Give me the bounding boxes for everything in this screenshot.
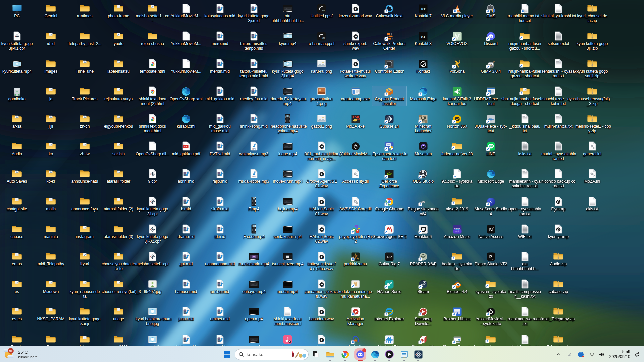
svg-text:z: z xyxy=(639,351,640,353)
